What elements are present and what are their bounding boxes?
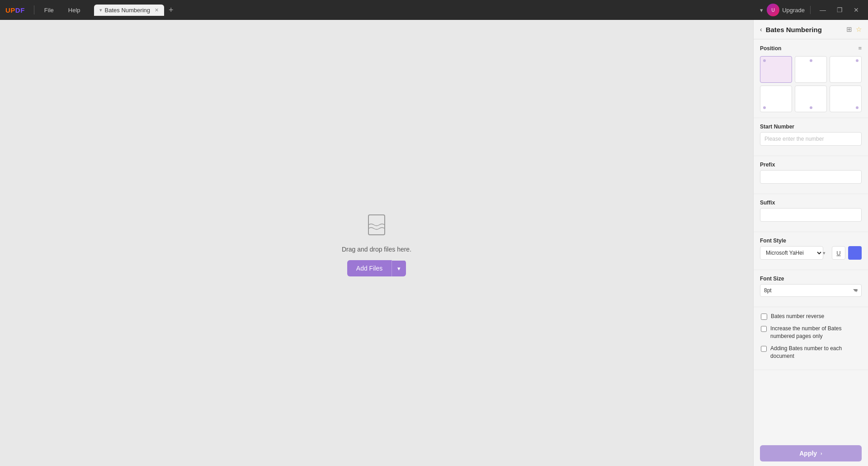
font-family-select[interactable]: Microsoft YaHei Arial Times New Roman He… — [760, 246, 823, 260]
suffix-input[interactable] — [760, 208, 862, 222]
position-bottom-right[interactable] — [830, 86, 862, 112]
increase-pages-label[interactable]: Increase the number of Bates numbered pa… — [770, 325, 861, 340]
options-section: Bates number reverse Increase the number… — [754, 307, 868, 370]
panel-header-icons: ⊞ ☆ — [846, 25, 862, 33]
start-number-section: Start Number — [754, 118, 868, 156]
panel-back-button[interactable]: ‹ — [760, 26, 762, 33]
new-tab-button[interactable]: + — [165, 5, 177, 16]
font-style-label: Font Style — [760, 238, 862, 244]
bates-reverse-checkbox[interactable] — [761, 314, 767, 320]
add-files-button[interactable]: Add Files — [347, 260, 392, 276]
maximize-button[interactable]: ❐ — [833, 5, 846, 15]
suffix-label: Suffix — [760, 200, 862, 206]
prefix-row: Prefix — [760, 162, 862, 184]
tab-area: ▾ Bates Numbering ✕ + — [94, 5, 177, 16]
apply-section: Apply › — [754, 441, 868, 466]
position-bottom-left[interactable] — [760, 86, 792, 112]
position-top-right[interactable] — [830, 56, 862, 83]
font-size-row: Font Size 6pt 7pt 8pt 9pt 10pt 11pt 12pt — [760, 276, 862, 297]
position-section: Position ≡ — [754, 39, 868, 118]
menu-help[interactable]: Help — [64, 5, 85, 15]
tab-bates-numbering[interactable]: ▾ Bates Numbering ✕ — [94, 5, 164, 16]
menu-file[interactable]: File — [40, 5, 58, 15]
start-number-label: Start Number — [760, 124, 862, 130]
dropdown-all-tabs[interactable]: ▾ — [760, 7, 763, 14]
position-indicator — [810, 106, 812, 109]
position-filter-icon[interactable]: ≡ — [858, 45, 862, 52]
tab-close-icon[interactable]: ✕ — [155, 7, 159, 13]
increase-pages-checkbox[interactable] — [761, 326, 767, 332]
drop-icon — [362, 209, 391, 238]
font-style-row: Font Style Microsoft YaHei Arial Times N… — [760, 238, 862, 260]
position-indicator — [763, 106, 766, 109]
prefix-input[interactable] — [760, 170, 862, 184]
position-section-label: Position ≡ — [760, 45, 862, 52]
start-number-row: Start Number — [760, 124, 862, 146]
start-number-input[interactable] — [760, 132, 862, 146]
font-size-label: Font Size — [760, 276, 862, 282]
content-drop-zone[interactable]: Drag and drop files here. Add Files ▾ — [0, 20, 753, 466]
svg-rect-0 — [368, 215, 385, 235]
titlebar: UPDF File Help ▾ Bates Numbering ✕ + ▾ U… — [0, 0, 868, 20]
font-color-swatch[interactable] — [848, 246, 862, 260]
suffix-row: Suffix — [760, 200, 862, 222]
tab-label: Bates Numbering — [105, 7, 150, 14]
font-style-controls: Microsoft YaHei Arial Times New Roman He… — [760, 246, 862, 260]
panel-header: ‹ Bates Numbering ⊞ ☆ — [754, 20, 868, 39]
close-button[interactable]: ✕ — [850, 5, 863, 15]
upgrade-button[interactable]: U Upgrade — [767, 4, 805, 16]
position-indicator — [810, 59, 812, 62]
suffix-section: Suffix — [754, 194, 868, 232]
position-bottom-center[interactable] — [795, 86, 827, 112]
main-area: Drag and drop files here. Add Files ▾ ‹ … — [0, 20, 868, 466]
add-per-doc-checkbox[interactable] — [761, 346, 767, 352]
user-avatar: U — [767, 4, 779, 16]
position-top-center[interactable] — [795, 56, 827, 83]
underline-button[interactable]: U — [832, 246, 845, 260]
position-top-left[interactable] — [760, 56, 792, 83]
minimize-button[interactable]: — — [816, 5, 830, 15]
app-logo: UPDF — [5, 6, 25, 14]
position-indicator — [763, 59, 766, 62]
add-per-doc-row: Adding Bates number to each document — [760, 345, 862, 360]
panel-star-icon[interactable]: ☆ — [856, 25, 862, 33]
add-files-button-group: Add Files ▾ — [347, 260, 406, 276]
bates-reverse-label[interactable]: Bates number reverse — [771, 313, 824, 320]
apply-button[interactable]: Apply › — [760, 445, 862, 461]
bates-reverse-row: Bates number reverse — [760, 313, 862, 320]
font-style-section: Font Style Microsoft YaHei Arial Times N… — [754, 232, 868, 270]
panel-grid-icon[interactable]: ⊞ — [846, 25, 852, 33]
add-per-doc-label[interactable]: Adding Bates number to each document — [770, 345, 861, 360]
tab-dropdown-arrow[interactable]: ▾ — [99, 7, 102, 13]
font-size-section: Font Size 6pt 7pt 8pt 9pt 10pt 11pt 12pt — [754, 270, 868, 307]
add-files-dropdown-button[interactable]: ▾ — [392, 261, 406, 276]
drop-text: Drag and drop files here. — [342, 246, 411, 253]
titlebar-right: ▾ U Upgrade — ❐ ✕ — [760, 4, 863, 16]
right-panel: ‹ Bates Numbering ⊞ ☆ Position ≡ — [753, 20, 868, 466]
panel-title: Bates Numbering — [766, 26, 843, 33]
font-size-select-wrap: 6pt 7pt 8pt 9pt 10pt 11pt 12pt — [760, 284, 862, 297]
position-indicator — [856, 59, 859, 62]
position-grid — [760, 56, 862, 112]
position-indicator — [856, 106, 859, 109]
font-size-select[interactable]: 6pt 7pt 8pt 9pt 10pt 11pt 12pt — [760, 284, 862, 297]
prefix-section: Prefix — [754, 156, 868, 194]
increase-pages-row: Increase the number of Bates numbered pa… — [760, 325, 862, 340]
prefix-label: Prefix — [760, 162, 862, 168]
